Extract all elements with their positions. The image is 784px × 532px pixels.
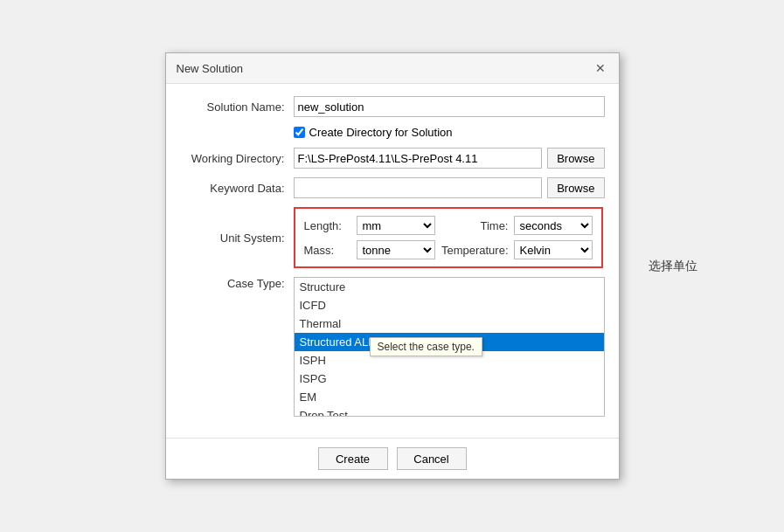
unit-box: Length: mm cm m inch ft Time: seconds ms	[294, 207, 603, 268]
solution-name-input[interactable]	[294, 96, 605, 117]
length-label: Length:	[304, 219, 357, 232]
solution-name-row: Solution Name:	[180, 96, 605, 117]
dialog-body: Solution Name: Create Directory for Solu…	[166, 84, 619, 438]
mass-label: Mass:	[304, 244, 357, 257]
case-list-item[interactable]: Structure	[295, 278, 604, 296]
working-dir-browse-button[interactable]: Browse	[547, 148, 604, 169]
keyword-data-browse-button[interactable]: Browse	[547, 177, 604, 198]
case-list-item[interactable]: EM	[295, 388, 604, 406]
time-select[interactable]: seconds ms μs	[514, 216, 593, 235]
dialog-footer: Create Cancel	[166, 438, 619, 479]
mass-select[interactable]: tonne kg g lb	[357, 240, 435, 259]
mass-temp-row: Mass: tonne kg g lb Temperature: Kelvin …	[304, 240, 593, 259]
keyword-data-row: Keyword Data: Browse	[180, 177, 605, 198]
length-time-row: Length: mm cm m inch ft Time: seconds ms	[304, 216, 593, 235]
create-dir-label[interactable]: Create Directory for Solution	[309, 126, 453, 139]
case-type-tooltip: Select the case type.	[370, 337, 482, 356]
case-list-item[interactable]: Thermal	[295, 314, 604, 333]
unit-system-row: Unit System: Length: mm cm m inch ft Tim…	[180, 207, 605, 268]
case-list-item[interactable]: ISPG	[295, 370, 604, 388]
case-list-item[interactable]: Drop Test	[295, 406, 604, 417]
dialog-title: New Solution	[177, 62, 244, 75]
working-dir-input[interactable]	[294, 148, 543, 169]
time-label: Time:	[435, 219, 514, 232]
title-bar: New Solution ✕	[166, 53, 619, 84]
keyword-data-input[interactable]	[294, 177, 543, 198]
temperature-label: Temperature:	[435, 244, 514, 257]
case-type-label: Case Type:	[180, 277, 294, 290]
temperature-select[interactable]: Kelvin Celsius Fahrenheit	[514, 240, 593, 259]
create-button[interactable]: Create	[318, 447, 388, 470]
cancel-button[interactable]: Cancel	[397, 447, 467, 470]
working-dir-row: Working Directory: Browse	[180, 148, 605, 169]
length-select[interactable]: mm cm m inch ft	[357, 216, 435, 235]
new-solution-dialog: New Solution ✕ Solution Name: Create Dir…	[165, 52, 620, 480]
create-dir-checkbox[interactable]	[294, 127, 305, 138]
working-dir-label: Working Directory:	[180, 152, 294, 165]
solution-name-label: Solution Name:	[180, 100, 294, 114]
create-dir-row: Create Directory for Solution	[294, 126, 605, 139]
case-list-item[interactable]: ICFD	[295, 296, 604, 314]
case-type-row: Case Type: Structure ICFD Thermal Struct…	[180, 277, 605, 417]
keyword-data-label: Keyword Data:	[180, 182, 294, 195]
case-list-container: Structure ICFD Thermal Structured ALE IS…	[294, 277, 605, 417]
unit-side-note: 选择单位	[649, 259, 697, 274]
close-button[interactable]: ✕	[593, 60, 608, 76]
unit-system-label: Unit System:	[180, 231, 294, 245]
